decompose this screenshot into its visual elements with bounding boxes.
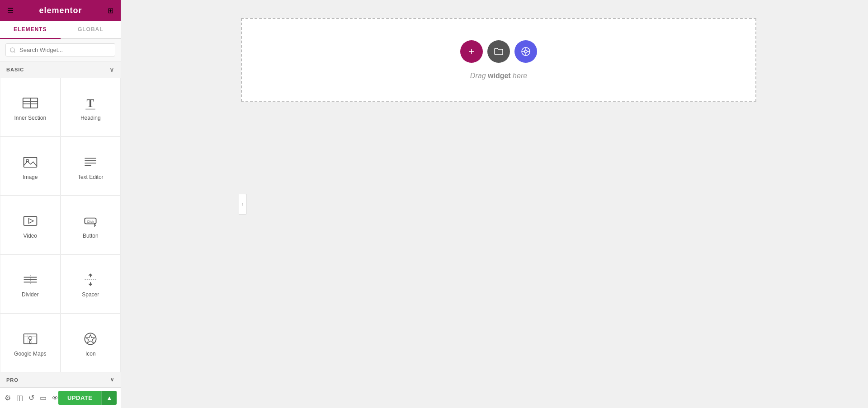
basic-section-chevron: ∨ — [109, 66, 114, 73]
history-icon[interactable]: ↺ — [28, 394, 34, 402]
heading-icon: T — [82, 95, 99, 111]
divider-icon — [22, 272, 38, 288]
svg-rect-14 — [24, 216, 37, 225]
google-maps-icon — [22, 331, 38, 347]
tab-elements[interactable]: ELEMENTS — [0, 21, 61, 39]
update-button[interactable]: UPDATE — [58, 391, 101, 405]
svg-marker-15 — [28, 219, 33, 224]
widget-spacer[interactable]: Spacer — [61, 254, 121, 313]
sidebar: ☰ elementor ⊞ ELEMENTS GLOBAL BASIC ∨ In… — [0, 0, 121, 408]
widget-icon-label: Icon — [85, 351, 96, 357]
text-editor-icon — [82, 154, 99, 170]
widget-inner-section[interactable]: Inner Section — [0, 78, 61, 136]
widget-divider-label: Divider — [22, 291, 38, 298]
widget-video[interactable]: Video — [0, 196, 61, 254]
inner-section-icon — [22, 95, 38, 111]
tab-global[interactable]: GLOBAL — [61, 21, 121, 38]
svg-point-28 — [28, 336, 32, 339]
responsive-icon[interactable]: ▭ — [40, 394, 47, 402]
add-element-button[interactable]: + — [460, 40, 483, 63]
svg-rect-27 — [24, 334, 37, 344]
layers-icon[interactable]: ◫ — [16, 394, 23, 402]
canvas-inner: + Drag — [241, 18, 756, 102]
svg-point-34 — [524, 50, 527, 53]
widget-heading-label: Heading — [80, 115, 101, 121]
image-icon — [22, 154, 38, 170]
video-icon — [22, 213, 38, 229]
library-button[interactable] — [514, 40, 537, 63]
widget-image-label: Image — [23, 174, 38, 180]
icon-widget-icon — [82, 331, 99, 347]
widget-spacer-label: Spacer — [82, 291, 99, 298]
hamburger-icon[interactable]: ☰ — [7, 6, 14, 15]
drop-zone: + Drag — [241, 18, 756, 102]
svg-marker-32 — [86, 335, 95, 343]
widget-button[interactable]: Click Button — [61, 196, 121, 254]
drop-zone-buttons: + — [460, 40, 537, 63]
collapse-handle[interactable]: ‹ — [239, 194, 247, 215]
search-container — [0, 39, 121, 61]
toolbar-icons: ⚙ ◫ ↺ ▭ 👁 — [5, 394, 58, 402]
spacer-icon — [82, 272, 99, 288]
pro-section-header[interactable]: PRO ∨ — [0, 372, 121, 387]
button-icon: Click — [82, 213, 99, 229]
update-arrow-button[interactable]: ▲ — [101, 391, 117, 405]
elementor-logo: elementor — [39, 6, 82, 15]
folder-icon — [493, 46, 504, 57]
svg-text:T: T — [87, 97, 94, 109]
widget-heading[interactable]: T Heading — [61, 78, 121, 136]
widget-icon[interactable]: Icon — [61, 314, 121, 372]
settings-icon[interactable]: ⚙ — [5, 394, 11, 402]
update-btn-group: UPDATE ▲ — [58, 391, 117, 405]
drop-zone-label-bold: widget — [488, 72, 511, 80]
bottom-toolbar: ⚙ ◫ ↺ ▭ 👁 UPDATE ▲ — [0, 387, 121, 408]
widget-google-maps[interactable]: Google Maps — [0, 314, 61, 372]
widget-text-editor-label: Text Editor — [78, 174, 104, 180]
widget-text-editor[interactable]: Text Editor — [61, 136, 121, 195]
widget-inner-section-label: Inner Section — [14, 115, 46, 121]
widget-divider[interactable]: Divider — [0, 254, 61, 313]
topbar: ☰ elementor ⊞ — [0, 0, 121, 21]
basic-section-header[interactable]: BASIC ∨ — [0, 61, 121, 78]
svg-rect-8 — [24, 157, 37, 167]
svg-text:Click: Click — [87, 220, 94, 224]
search-input[interactable] — [5, 43, 115, 56]
widget-video-label: Video — [24, 233, 37, 239]
widget-google-maps-label: Google Maps — [14, 351, 46, 357]
widget-grid: Inner Section T Heading Image — [0, 78, 121, 372]
drop-zone-label: Drag widget here — [470, 72, 527, 80]
pro-section-label: PRO — [6, 377, 19, 383]
widget-button-label: Button — [83, 233, 99, 239]
template-icon — [520, 46, 531, 57]
pro-section-chevron: ∨ — [110, 377, 114, 383]
basic-section-label: BASIC — [6, 67, 24, 72]
grid-icon[interactable]: ⊞ — [108, 6, 113, 15]
preview-icon[interactable]: 👁 — [52, 394, 58, 402]
tabs: ELEMENTS GLOBAL — [0, 21, 121, 39]
widget-image[interactable]: Image — [0, 136, 61, 195]
templates-button[interactable] — [487, 40, 510, 63]
